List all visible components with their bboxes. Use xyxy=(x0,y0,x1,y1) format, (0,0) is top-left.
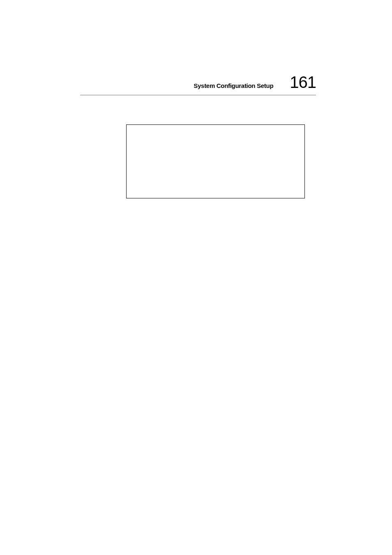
content-box xyxy=(126,124,305,198)
section-title: System Configuration Setup xyxy=(194,82,273,89)
header-line: System Configuration Setup 161 xyxy=(80,74,316,93)
header-divider xyxy=(80,94,316,96)
page-number: 161 xyxy=(290,74,316,90)
page-header: System Configuration Setup 161 xyxy=(80,74,316,96)
